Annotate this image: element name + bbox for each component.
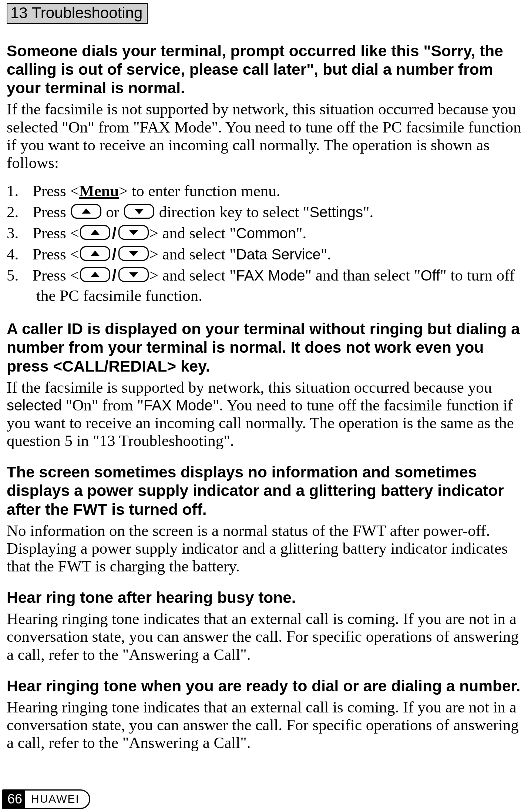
selected-word: selected [7,397,62,413]
step-2-text-a: Press [33,203,70,221]
section-4-body: Hearing ringing tone indicates that an e… [7,610,521,663]
up-key-icon [71,204,101,219]
section-2-body-a: If the facsimile is supported by network… [7,379,492,396]
slash-separator: / [112,245,117,263]
down-key-icon [118,225,149,240]
step-4-text-d: ". [321,245,331,263]
down-key-icon [118,267,149,282]
step-2-text-e: ". [363,203,373,221]
step-4-text-a: Press < [33,245,79,263]
section-4: Hear ring tone after hearing busy tone. … [7,588,521,664]
step-5: 5.Press </> and select "FAX Mode" and th… [7,265,521,306]
step-1-text-a: Press < [33,182,79,199]
step-4: 4.Press </> and select "Data Service". [7,244,521,264]
down-key-icon [118,246,149,261]
section-1-steps: 1.Press <Menu> to enter function menu. 2… [7,181,521,306]
section-2: A caller ID is displayed on your termina… [7,320,521,450]
menu-key-label: Menu [79,182,119,199]
step-1-number: 1. [7,181,33,201]
step-2-text-b: or [102,203,123,221]
section-3-body: No information on the screen is a normal… [7,522,521,575]
step-3-text-a: Press < [33,224,79,242]
section-3-heading: The screen sometimes displays no informa… [7,463,521,519]
step-4-number: 4. [7,244,33,264]
section-5: Hear ringing tone when you are ready to … [7,677,521,752]
step-3-text-d: ". [296,224,306,242]
section-4-heading: Hear ring tone after hearing busy tone. [7,588,521,607]
section-1-body: If the facsimile is not supported by net… [7,100,521,172]
up-key-icon [80,246,110,261]
down-key-icon [124,204,154,219]
up-key-icon [80,225,110,240]
section-3: The screen sometimes displays no informa… [7,463,521,575]
step-5-text-b: > and select " [149,266,236,284]
step-2-number: 2. [7,202,33,222]
chapter-tab: 13 Troubleshooting [7,3,148,24]
section-2-body: If the facsimile is supported by network… [7,379,521,450]
data-service-label: Data Service [236,246,321,262]
step-5-number: 5. [7,265,33,285]
section-1: Someone dials your terminal, prompt occu… [7,42,521,306]
settings-label: Settings [309,204,363,220]
step-2-text-c: direction key to select " [155,203,310,221]
step-3-text-b: > and select " [149,224,236,242]
page-footer: 66 HUAWEI [2,788,90,810]
up-key-icon [80,267,110,282]
step-1: 1.Press <Menu> to enter function menu. [7,181,521,201]
slash-separator: / [112,266,117,284]
section-5-body: Hearing ringing tone indicates that an e… [7,698,521,752]
section-2-body-c: "On" from " [62,396,144,414]
fax-mode-label: FAX Mode [236,267,305,283]
step-4-text-b: > and select " [149,245,236,263]
step-3-number: 3. [7,223,33,243]
slash-separator: / [112,224,117,242]
step-2: 2.Press or direction key to select "Sett… [7,202,521,222]
off-label: Off [421,267,440,283]
section-1-heading: Someone dials your terminal, prompt occu… [7,42,521,97]
step-5-text-a: Press < [33,266,79,284]
common-label: Common [236,225,296,241]
section-5-heading: Hear ringing tone when you are ready to … [7,677,521,695]
brand-badge: HUAWEI [25,789,90,809]
section-2-heading: A caller ID is displayed on your termina… [7,320,521,375]
page-number-badge: 66 [2,789,27,809]
fax-mode-label: FAX Mode [144,397,213,413]
step-3: 3.Press </> and select "Common". [7,223,521,243]
step-1-text-c: > to enter function menu. [119,182,280,199]
step-5-text-d: " and than select " [305,266,421,284]
